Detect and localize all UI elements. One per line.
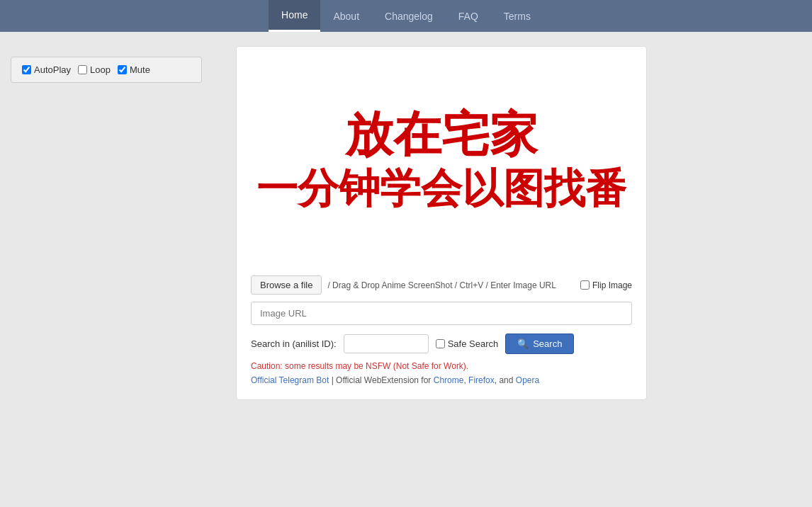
links-row: Official Telegram Bot | Official WebExte… — [251, 375, 632, 385]
loop-control[interactable]: Loop — [78, 64, 111, 75]
loop-checkbox[interactable] — [78, 65, 87, 74]
image-url-input[interactable] — [251, 302, 632, 325]
search-in-label: Search in (anilist ID): — [251, 338, 337, 349]
mute-checkbox[interactable] — [118, 65, 127, 74]
safe-search-label: Safe Search — [448, 338, 499, 349]
search-button[interactable]: 🔍 Search — [505, 334, 574, 354]
right-space — [670, 46, 812, 400]
opera-link[interactable]: Opera — [516, 375, 539, 385]
chrome-link[interactable]: Chrome — [434, 375, 464, 385]
file-row: Browse a file / Drag & Drop Anime Screen… — [251, 275, 632, 295]
drop-text: / Drag & Drop Anime ScreenShot / Ctrl+V … — [327, 280, 575, 290]
search-card: 放在宅家 一分钟学会以图找番 Browse a file / Drag & Dr… — [236, 46, 647, 400]
safe-search-control[interactable]: Safe Search — [436, 338, 499, 349]
autoplay-checkbox[interactable] — [22, 65, 31, 74]
banner: 放在宅家 一分钟学会以图找番 — [251, 61, 632, 265]
mute-label: Mute — [130, 64, 150, 75]
flip-image-checkbox[interactable] — [580, 280, 590, 290]
telegram-bot-link[interactable]: Official Telegram Bot — [251, 375, 329, 385]
firefox-link[interactable]: Firefox — [468, 375, 495, 385]
search-row: Search in (anilist ID): Safe Search 🔍 Se… — [251, 334, 632, 354]
main-content: AutoPlay Loop Mute 放在宅家 一分钟学会以图找番 — [0, 32, 812, 414]
banner-line2: 一分钟学会以图找番 — [256, 164, 626, 213]
flip-image-control[interactable]: Flip Image — [580, 280, 632, 290]
anilist-id-input[interactable] — [344, 334, 429, 353]
and-text: and — [499, 375, 513, 385]
search-area: Browse a file / Drag & Drop Anime Screen… — [251, 265, 632, 385]
flip-image-label: Flip Image — [592, 280, 632, 290]
nav-about[interactable]: About — [320, 0, 372, 32]
autoplay-label: AutoPlay — [34, 64, 71, 75]
safe-search-checkbox[interactable] — [436, 339, 445, 348]
nav-terms[interactable]: Terms — [491, 0, 543, 32]
navigation: Home About Changelog FAQ Terms — [0, 0, 812, 32]
autoplay-control[interactable]: AutoPlay — [22, 64, 71, 75]
sidebar: AutoPlay Loop Mute — [0, 46, 213, 400]
nav-faq[interactable]: FAQ — [446, 0, 491, 32]
loop-label: Loop — [90, 64, 111, 75]
nav-items: Home About Changelog FAQ Terms — [269, 0, 543, 32]
nav-home[interactable]: Home — [269, 0, 320, 32]
search-button-label: Search — [533, 338, 562, 349]
banner-line1: 放在宅家 — [345, 106, 538, 164]
center-content: 放在宅家 一分钟学会以图找番 Browse a file / Drag & Dr… — [213, 46, 670, 400]
nav-changelog[interactable]: Changelog — [372, 0, 446, 32]
caution-text: Caution: some results may be NSFW (Not S… — [251, 361, 632, 371]
webext-text: Official WebExtension for — [336, 375, 431, 385]
browse-button[interactable]: Browse a file — [251, 275, 322, 295]
mute-control[interactable]: Mute — [118, 64, 150, 75]
search-icon: 🔍 — [517, 338, 529, 349]
media-controls: AutoPlay Loop Mute — [11, 57, 202, 83]
